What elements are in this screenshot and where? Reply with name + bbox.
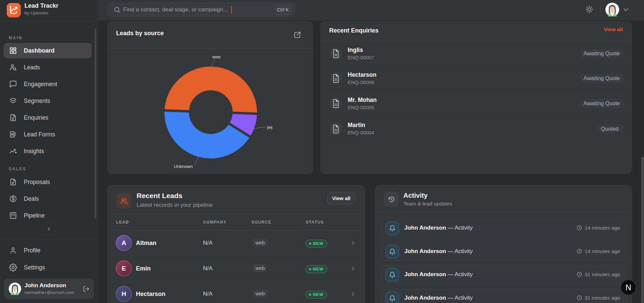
svg-text:web: web [212, 56, 221, 59]
svg-text:jwj: jwj [267, 125, 273, 130]
svg-text:Unknown: Unknown [174, 164, 193, 169]
